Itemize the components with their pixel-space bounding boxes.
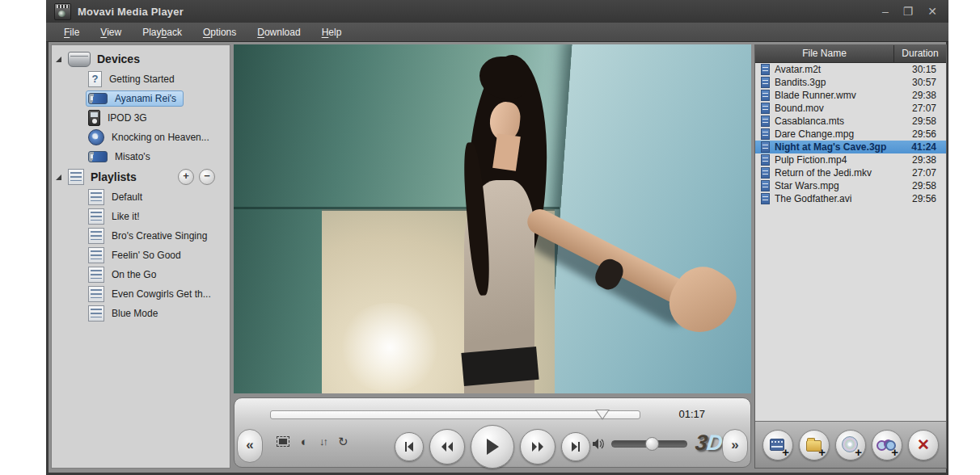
file-row[interactable]: The Godfather.avi29:56 [755, 192, 946, 205]
player-column: 01:17 « ◐ ↓↑ ↻ [232, 42, 753, 473]
video-file-icon [761, 64, 770, 75]
devices-section-label: Devices [97, 53, 140, 65]
file-row[interactable]: Casablanca.mts29:58 [755, 115, 946, 128]
list-header: File Name Duration [755, 45, 946, 63]
sort-updown-icon[interactable]: ↓↑ [319, 435, 327, 448]
playlist-item-feelin-so-good[interactable]: Feelin' So Good [52, 246, 230, 265]
app-icon [54, 3, 71, 20]
playlist-icon [88, 286, 104, 302]
close-button[interactable]: ✕ [927, 6, 937, 17]
playlist-item-on-the-go[interactable]: On the Go [52, 265, 230, 284]
expander-icon[interactable] [56, 174, 61, 180]
column-duration[interactable]: Duration [894, 45, 946, 62]
device-item-getting-started[interactable]: Getting Started [52, 69, 230, 89]
volume-slider[interactable] [611, 440, 687, 448]
expander-icon[interactable] [56, 57, 61, 62]
menu-download[interactable]: Download [247, 24, 310, 40]
video-file-icon [761, 193, 770, 204]
playlist-item-blue-mode[interactable]: Blue Mode [52, 304, 230, 323]
usb-drive-icon [88, 151, 108, 162]
file-list: Avatar.m2t30:15 Bandits.3gp30:57 Blade R… [755, 63, 946, 421]
fit-to-screen-icon[interactable] [277, 436, 289, 447]
playlist-item-like-it[interactable]: Like it! [52, 207, 230, 226]
file-row[interactable]: Star Wars.mpg29:58 [755, 179, 946, 192]
menu-help[interactable]: Help [312, 24, 352, 40]
remove-x-icon: ✕ [909, 431, 938, 460]
menu-file[interactable]: File [54, 24, 89, 40]
device-item-ayanami-reis[interactable]: Ayanami Rei's [52, 89, 230, 108]
rewind-button[interactable] [429, 429, 465, 464]
playlists-section-header[interactable]: Playlists + − [52, 166, 230, 187]
column-file-name[interactable]: File Name [755, 45, 894, 62]
add-video-file-button[interactable]: + [762, 430, 793, 460]
add-playlist-button[interactable]: + [178, 169, 194, 185]
file-row[interactable]: Pulp Fiction.mp429:38 [755, 153, 946, 166]
device-item-ipod-3g[interactable]: IPOD 3G [52, 108, 230, 128]
fast-forward-button[interactable] [520, 429, 555, 464]
remove-playlist-button[interactable]: − [199, 169, 215, 185]
video-file-icon [761, 154, 770, 166]
video-file-icon [761, 128, 770, 140]
playlist-item-even-cowgirls[interactable]: Even Cowgirls Get th... [52, 284, 230, 304]
desktop: Movavi Media Player – ❐ ✕ File View Play… [0, 0, 980, 475]
playlist-item-default[interactable]: Default [52, 187, 230, 207]
playlist-item-bros-creative-singing[interactable]: Bro's Creative Singing [52, 226, 230, 246]
app-window: Movavi Media Player – ❐ ✕ File View Play… [46, 0, 948, 475]
file-row[interactable]: Avatar.m2t30:15 [755, 63, 946, 76]
volume-icon[interactable] [592, 438, 605, 450]
ipod-icon [88, 110, 100, 126]
video-file-icon [761, 90, 770, 101]
video-file-icon [761, 141, 770, 153]
content-area: Devices Getting Started Ayanami Rei's IP… [46, 42, 948, 475]
file-row[interactable]: Dare Change.mpg29:56 [755, 128, 946, 141]
3d-mode-button[interactable]: 3D [694, 431, 723, 456]
play-button[interactable] [471, 425, 514, 469]
playlists-icon [68, 169, 84, 185]
elapsed-time: 01:17 [678, 408, 705, 420]
loop-icon[interactable]: ↻ [338, 435, 348, 448]
video-file-icon [761, 77, 770, 88]
device-item-knocking-on-heaven[interactable]: Knocking on Heaven... [52, 128, 230, 147]
add-3d-video-button[interactable]: + [872, 430, 902, 460]
contrast-icon[interactable]: ◐ [301, 435, 308, 448]
menu-playback[interactable]: Playback [133, 24, 192, 40]
expand-right-panel-button[interactable]: » [722, 429, 748, 463]
playlist-panel: File Name Duration Avatar.m2t30:15 Bandi… [754, 44, 947, 469]
menu-view[interactable]: View [91, 24, 131, 40]
devices-section-header[interactable]: Devices [52, 48, 230, 69]
video-file-icon [761, 167, 770, 179]
seek-bar[interactable] [270, 410, 640, 419]
window-title: Movavi Media Player [78, 6, 184, 18]
file-row-selected[interactable]: Night at Mag's Cave.3gp41:24 [755, 141, 946, 153]
playlist-actions: + + + + ✕ [755, 421, 946, 468]
playlists-section-label: Playlists [91, 170, 137, 183]
previous-button[interactable] [395, 432, 424, 461]
devices-icon [68, 52, 91, 67]
video-file-icon [761, 180, 770, 191]
minimize-button[interactable]: – [882, 6, 889, 17]
seek-thumb[interactable] [595, 410, 610, 420]
next-button[interactable] [561, 432, 590, 461]
add-folder-button[interactable]: + [799, 430, 830, 460]
collapse-left-panel-button[interactable]: « [237, 429, 263, 463]
usb-drive-icon [88, 93, 108, 104]
file-row[interactable]: Bound.mov27:07 [755, 102, 946, 115]
remove-file-button[interactable]: ✕ [908, 430, 939, 460]
video-file-icon [761, 116, 770, 127]
device-item-misatos[interactable]: Misato's [52, 147, 230, 166]
playlist-icon [88, 305, 104, 322]
video-wall-corner [545, 44, 751, 393]
file-row[interactable]: Bandits.3gp30:57 [755, 76, 946, 89]
help-doc-icon [88, 71, 102, 87]
playlist-icon [88, 228, 104, 244]
playlist-icon [88, 208, 104, 225]
file-row[interactable]: Return of the Jedi.mkv27:07 [755, 166, 946, 179]
add-disc-button[interactable]: + [835, 430, 866, 460]
maximize-button[interactable]: ❐ [903, 6, 914, 17]
playlist-icon [88, 189, 104, 205]
file-row[interactable]: Blade Runner.wmv29:38 [755, 89, 946, 102]
menu-options[interactable]: Options [193, 24, 246, 40]
volume-thumb[interactable] [645, 437, 659, 451]
video-file-icon [761, 103, 770, 114]
playlist-icon [88, 247, 104, 263]
